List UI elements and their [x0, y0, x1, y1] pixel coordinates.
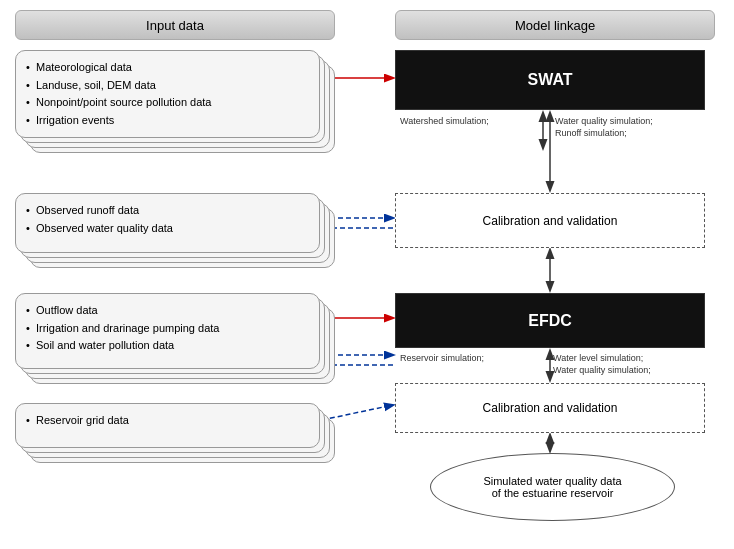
card2: • Observed runoff data • Observed water …: [15, 193, 320, 253]
card3-item3: • Soil and water pollution data: [26, 337, 309, 355]
card3-item1: • Outflow data: [26, 302, 309, 320]
calib-box-1: Calibration and validation: [395, 193, 705, 248]
svg-line-8: [322, 405, 393, 420]
watershed-sim-label: Watershed simulation;: [400, 116, 489, 126]
header-input-data: Input data: [15, 10, 335, 40]
header-model-linkage: Model linkage: [395, 10, 715, 40]
card4: • Reservoir grid data: [15, 403, 320, 448]
waterquality1-sim-label: Water quality simulation;: [555, 116, 653, 126]
runoff-sim-label: Runoff simulation;: [555, 128, 627, 138]
card3-item2: • Irrigation and drarinage pumping data: [26, 320, 309, 338]
card2-item1: • Observed runoff data: [26, 202, 309, 220]
calib-box-2: Calibration and validation: [395, 383, 705, 433]
waterquality2-sim-label: Water quality simulation;: [553, 365, 651, 375]
card1-item4: • Irrigation events: [26, 112, 309, 130]
card2-item2: • Observed water quality data: [26, 220, 309, 238]
card1-item1: • Mateorological data: [26, 59, 309, 77]
efdc-box: EFDC: [395, 293, 705, 348]
card1: • Mateorological data • Landuse, soil, D…: [15, 50, 320, 138]
reservoir-sim-label: Reservoir simulation;: [400, 353, 484, 363]
card3: • Outflow data • Irrigation and drarinag…: [15, 293, 320, 369]
card1-item2: • Landuse, soil, DEM data: [26, 77, 309, 95]
swat-box: SWAT: [395, 50, 705, 110]
diagram: Input data Model linkage • Mateorologica…: [0, 0, 734, 549]
card1-item3: • Nonpoint/point source pollution data: [26, 94, 309, 112]
card4-item1: • Reservoir grid data: [26, 412, 309, 430]
waterlevel-sim-label: Water level simulation;: [553, 353, 643, 363]
output-ellipse: Simulated water quality data of the estu…: [430, 453, 675, 521]
